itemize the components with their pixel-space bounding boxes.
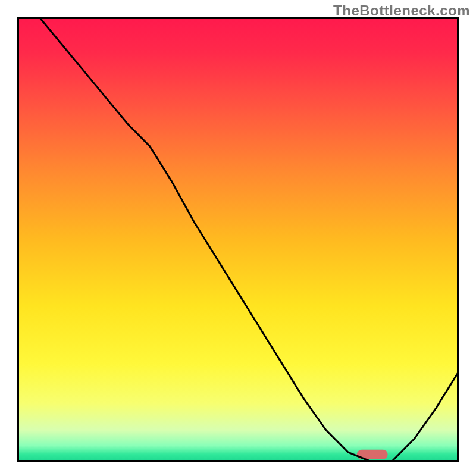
bottleneck-chart [0, 0, 476, 476]
chart-container: TheBottleneck.com [0, 0, 476, 476]
chart-gradient-background [18, 18, 458, 461]
